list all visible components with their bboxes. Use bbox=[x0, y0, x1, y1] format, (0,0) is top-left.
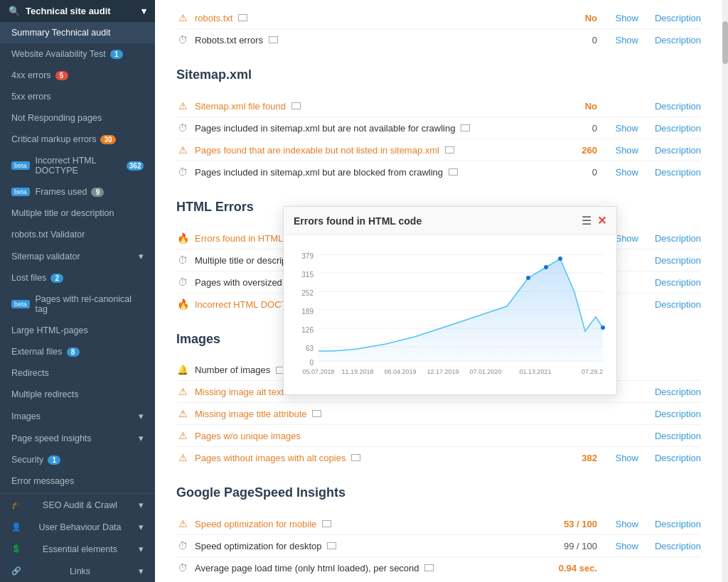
row-label-robots-errors: Robots.txt errors bbox=[195, 35, 520, 45]
row-show-speed-mobile[interactable]: Show bbox=[603, 519, 638, 529]
row-label-speed-mobile[interactable]: Speed optimization for mobile bbox=[195, 519, 520, 529]
svg-text:01.13.2021: 01.13.2021 bbox=[519, 368, 551, 375]
row-desc-no-unique-images[interactable]: Description bbox=[644, 431, 701, 441]
row-show-no-alt-copies[interactable]: Show bbox=[603, 453, 638, 463]
chevron-down-icon: ▾ bbox=[139, 500, 144, 510]
export-icon[interactable] bbox=[238, 14, 247, 21]
popup-menu-icon[interactable]: ☰ bbox=[582, 214, 592, 227]
row-desc-robotstxt[interactable]: Description bbox=[644, 13, 701, 23]
row-label-sitemap-found[interactable]: Sitemap.xml file found bbox=[195, 101, 520, 112]
row-label-sitemap-blocked: Pages included in sitemap.xml but are bl… bbox=[195, 167, 520, 178]
row-desc-sitemap-found[interactable]: Description bbox=[644, 101, 701, 112]
export-icon[interactable] bbox=[327, 542, 336, 549]
row-label-robotstxt[interactable]: robots.txt bbox=[195, 13, 520, 23]
row-desc-no-alt-copies[interactable]: Description bbox=[644, 453, 701, 463]
sidebar-item-not-responding[interactable]: Not Responding pages bbox=[0, 107, 155, 129]
sidebar-item-essential[interactable]: 💲 Essential elements ▾ bbox=[0, 538, 155, 560]
row-label-no-alt-copies[interactable]: Pages without images with alt copies bbox=[195, 453, 520, 463]
sidebar-item-availability[interactable]: Website Availability Test 1 bbox=[0, 43, 155, 65]
sidebar-item-error-messages[interactable]: Error messages bbox=[0, 470, 155, 492]
export-icon[interactable] bbox=[291, 102, 301, 109]
warning-icon: ⚠ bbox=[176, 12, 189, 23]
sidebar-item-5xx[interactable]: 5xx errors bbox=[0, 86, 155, 107]
sitemap-section: ⚠ Sitemap.xml file found No Description … bbox=[176, 95, 701, 183]
row-desc-sitemap-not-crawl[interactable]: Description bbox=[644, 123, 701, 134]
sidebar-item-sitemap-validator[interactable]: Sitemap validator ▾ bbox=[0, 245, 155, 267]
sidebar-header[interactable]: 🔍 Technical site audit ▾ bbox=[0, 0, 155, 22]
sidebar-item-incorrect-doctype[interactable]: beta Incorrect HTML DOCTYPE 362 bbox=[0, 150, 155, 181]
sidebar-item-pagespeed[interactable]: Page speed insights ▾ bbox=[0, 427, 155, 449]
sidebar-item-redirects[interactable]: Redirects bbox=[0, 362, 155, 384]
row-label-no-unique-images[interactable]: Pages w/o unique images bbox=[195, 431, 520, 441]
row-desc-sitemap-not-listed[interactable]: Description bbox=[644, 145, 701, 156]
row-desc-robots-errors[interactable]: Description bbox=[644, 35, 701, 45]
sidebar-item-user-behaviour[interactable]: 👤 User Behaviour Data ▾ bbox=[0, 516, 155, 538]
row-desc-speed-mobile[interactable]: Description bbox=[644, 519, 701, 529]
sidebar-item-summary[interactable]: Summary Technical audit bbox=[0, 22, 155, 43]
sidebar-item-robots-validator[interactable]: robots.txt Validator bbox=[0, 224, 155, 245]
svg-text:0: 0 bbox=[309, 359, 314, 367]
main-content: ⚠ robots.txt No Show Description ⏱ Robot… bbox=[155, 0, 722, 582]
row-desc-oversized-html[interactable]: Description bbox=[644, 277, 701, 288]
row-show-robotstxt[interactable]: Show bbox=[603, 13, 638, 23]
row-desc-speed-desktop[interactable]: Description bbox=[644, 541, 701, 551]
sidebar-item-security[interactable]: Security 1 bbox=[0, 449, 155, 470]
row-label-missing-title[interactable]: Missing image title attribute bbox=[195, 409, 520, 419]
row-desc-missing-title[interactable]: Description bbox=[644, 409, 701, 419]
sidebar-item-frames[interactable]: beta Frames used 9 bbox=[0, 181, 155, 203]
row-show-speed-desktop[interactable]: Show bbox=[603, 541, 638, 551]
export-icon[interactable] bbox=[424, 564, 434, 571]
sidebar-item-label: Not Responding pages bbox=[11, 113, 102, 123]
sidebar: 🔍 Technical site audit ▾ Summary Technic… bbox=[0, 0, 155, 582]
export-icon[interactable] bbox=[461, 124, 470, 131]
scrollbar-thumb[interactable] bbox=[722, 21, 728, 64]
sidebar-item-rel-canonical[interactable]: beta Pages with rel-canonical tag bbox=[0, 289, 155, 320]
row-label-sitemap-not-listed[interactable]: Pages found that are indexable but not l… bbox=[195, 145, 520, 156]
sidebar-item-seo-audit[interactable]: 🎓 SEO Audit & Crawl ▾ bbox=[0, 493, 155, 516]
badge-availability: 1 bbox=[110, 50, 123, 59]
export-icon[interactable] bbox=[449, 168, 458, 176]
row-desc-html-errors[interactable]: Description bbox=[644, 233, 701, 244]
row-label-sitemap-not-crawl: Pages included in sitemap.xml but are no… bbox=[195, 123, 520, 134]
row-show-sitemap-not-listed[interactable]: Show bbox=[603, 145, 638, 156]
warning-icon: ⚠ bbox=[176, 430, 189, 441]
row-desc-incorrect-doctype[interactable]: Description bbox=[644, 299, 701, 310]
row-show-robots-errors[interactable]: Show bbox=[603, 35, 638, 45]
sidebar-item-critical-markup[interactable]: Critical markup errors 30 bbox=[0, 129, 155, 150]
sidebar-item-images[interactable]: Images ▾ bbox=[0, 405, 155, 427]
row-label-avg-load: Average page load time (only html loaded… bbox=[195, 563, 520, 573]
export-icon[interactable] bbox=[322, 520, 331, 527]
badge-frames: 9 bbox=[91, 188, 104, 197]
sidebar-item-label: Large HTML-pages bbox=[11, 325, 88, 335]
sidebar-item-external-files[interactable]: External files 8 bbox=[0, 341, 155, 362]
export-icon[interactable] bbox=[269, 36, 278, 43]
sidebar-item-multiple-redirects[interactable]: Multiple redirects bbox=[0, 384, 155, 405]
sidebar-item-large-html[interactable]: Large HTML-pages bbox=[0, 320, 155, 341]
table-row: ⏱ Pages included in sitemap.xml but are … bbox=[176, 117, 701, 139]
row-desc-sitemap-blocked[interactable]: Description bbox=[644, 167, 701, 178]
export-icon[interactable] bbox=[312, 410, 321, 417]
row-desc-missing-alt[interactable]: Description bbox=[644, 387, 701, 397]
chevron-down-icon: ▾ bbox=[139, 544, 144, 554]
row-label-speed-desktop: Speed optimization for desktop bbox=[195, 541, 520, 551]
svg-text:06.04.2019: 06.04.2019 bbox=[384, 368, 416, 375]
clock-icon: ⏱ bbox=[176, 254, 189, 266]
sidebar-item-links[interactable]: 🔗 Links ▾ bbox=[0, 560, 155, 582]
robotstxt-section: ⚠ robots.txt No Show Description ⏱ Robot… bbox=[176, 7, 701, 50]
row-show-sitemap-not-crawl[interactable]: Show bbox=[603, 123, 638, 134]
clock-icon: ⏱ bbox=[176, 562, 189, 573]
fire-icon: 🔥 bbox=[176, 232, 189, 244]
row-show-sitemap-blocked[interactable]: Show bbox=[603, 167, 638, 178]
table-row: ⚠ Speed optimization for mobile 53 / 100… bbox=[176, 513, 701, 535]
sidebar-item-label: Multiple redirects bbox=[11, 389, 78, 399]
popup-close-button[interactable]: ✕ bbox=[597, 214, 606, 227]
sidebar-item-label: 5xx errors bbox=[11, 92, 51, 102]
scrollbar[interactable] bbox=[722, 0, 728, 582]
export-icon[interactable] bbox=[445, 146, 454, 153]
sidebar-item-multiple-title[interactable]: Multiple title or description bbox=[0, 203, 155, 224]
table-row: ⏱ Robots.txt errors 0 Show Description bbox=[176, 29, 701, 50]
sidebar-item-4xx[interactable]: 4xx errors 5 bbox=[0, 65, 155, 86]
export-icon[interactable] bbox=[351, 454, 360, 461]
row-desc-multi-title[interactable]: Description bbox=[644, 255, 701, 266]
sidebar-item-lost-files[interactable]: Lost files 2 bbox=[0, 267, 155, 289]
